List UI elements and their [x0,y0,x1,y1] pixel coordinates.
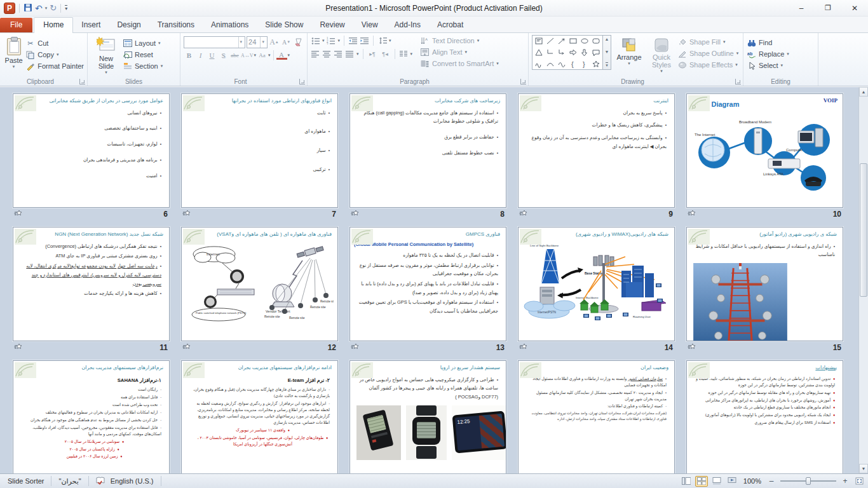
repeat-icon[interactable]: ↻ [50,4,57,12]
customize-qat-icon[interactable]: ▾ [65,5,67,11]
undo-icon[interactable]: ↶ [35,4,43,13]
animation-star-icon[interactable] [519,208,527,220]
slideshow-view-button[interactable] [726,476,738,487]
fit-to-window-button[interactable] [853,476,865,487]
tab-file[interactable]: File [0,18,32,32]
shape-glyph-4[interactable] [569,36,578,48]
language-label[interactable]: English (U.S.) [108,477,156,485]
shape-glyph-2[interactable] [546,36,555,48]
replace-button[interactable]: ab Replace ▾ [747,48,815,60]
section-button[interactable]: Section ▾ [123,60,163,72]
scroll-up-arrow-icon[interactable]: ▲ [859,87,868,97]
maximize-button[interactable]: ❐ [815,0,841,16]
close-button[interactable]: ✕ [841,0,868,16]
replace-dropdown-arrow[interactable]: ▾ [787,51,789,57]
slide-sorter-view-button[interactable] [695,476,708,487]
font-dialog-launcher[interactable] [299,79,305,85]
shape-glyph-17[interactable]: } [580,59,589,71]
animation-star-icon[interactable] [14,342,22,353]
layout-button[interactable]: Layout ▾ [123,37,163,49]
paragraph-dialog-launcher[interactable] [520,79,526,85]
minimize-button[interactable]: – [788,0,815,16]
animation-star-icon[interactable] [351,208,359,220]
shape-glyph-14[interactable] [546,59,555,71]
animation-star-icon[interactable] [182,208,191,220]
copy-button[interactable]: Copy ▾ [25,49,84,60]
animation-star-icon[interactable] [688,208,696,220]
shape-glyph-3[interactable] [557,36,566,48]
animation-star-icon[interactable] [182,342,191,353]
tab-design[interactable]: Design [109,18,149,32]
shape-glyph-8[interactable] [546,48,555,59]
slide-thumbnail-11[interactable]: شبکه نسل جدید NGN (Next Generation Netwo… [13,227,170,341]
shapes-gallery-scroll[interactable]: ▲▼▾ [603,35,611,70]
tab-view[interactable]: View [353,18,386,32]
drawing-dialog-launcher[interactable] [735,79,741,85]
tab-transitions[interactable]: Transitions [149,18,203,32]
tab-animations[interactable]: Animations [203,18,257,32]
shape-glyph-9[interactable] [557,48,566,59]
reading-view-button[interactable] [710,476,723,487]
new-slide-button[interactable]: New Slide ▾ [91,35,121,75]
clipboard-dialog-launcher[interactable] [79,79,85,85]
animation-star-icon[interactable] [351,342,359,353]
tab-add-ins[interactable]: Add-Ins [386,18,429,32]
shape-glyph-1[interactable] [534,36,543,48]
shape-glyph-18[interactable] [592,59,600,71]
scrollbar-thumb[interactable] [860,163,867,297]
animation-star-icon[interactable] [14,208,22,220]
slide-thumbnail-14[interactable]: شبکه های رادیویی(WiMAX و رادیوی شهری)Lin… [518,227,675,341]
undo-dropdown-arrow[interactable]: ▾ [45,6,48,11]
shapes-gallery[interactable]: {} [532,35,603,70]
shape-glyph-16[interactable]: { [569,59,578,71]
slide-thumbnail-6[interactable]: عوامل مورد بررسی در بحران از طریق شبکه م… [13,93,170,208]
slide-thumbnail-10[interactable]: VOIPVoIP DiagramThe InternetBroadband Mo… [686,93,843,208]
slide-thumbnail-18[interactable]: سیستم هشدار سریع در اروپا•طراحی و کارگزا… [349,360,506,473]
slide-thumbnail-13[interactable]: فناوری GMPCS(Global Mobile Personal Comm… [349,227,506,341]
slide-thumbnail-20[interactable]: پیشنهادات♦تدوین استاندارد ارتباطی در زما… [686,360,843,473]
arrange-button[interactable]: Arrange ▾ [613,35,646,74]
slide-thumbnail-17[interactable]: ادامه نرم‌افزارهای سیستمهای مدیریت بحران… [181,360,338,473]
find-button[interactable]: Find [747,37,815,48]
layout-dropdown-arrow[interactable]: ▾ [158,41,161,46]
reset-button[interactable]: Reset [123,49,163,60]
animation-star-icon[interactable] [519,342,527,353]
vertical-scrollbar[interactable]: ▲ ▼ [858,87,868,473]
save-icon[interactable] [24,3,32,13]
spellcheck-icon[interactable] [93,476,108,486]
slide-thumbnail-7[interactable]: انواع فناوریهای ارتباطی مورد استفاده در … [181,93,338,208]
slide-thumbnail-8[interactable]: زیرساخت های شرکت مخابرات•استفاده از سیست… [349,93,506,208]
shape-glyph-11[interactable] [580,48,589,59]
paste-dropdown-arrow[interactable]: ▾ [13,64,15,69]
shape-glyph-15[interactable] [557,59,566,71]
select-button[interactable]: Select ▾ [747,60,815,71]
paste-button[interactable]: Paste ▾ [3,35,24,72]
arrange-dropdown-arrow[interactable]: ▾ [628,61,630,66]
zoom-slider[interactable] [780,480,836,482]
shape-glyph-13[interactable] [534,59,543,71]
zoom-percent-label[interactable]: 100% [741,477,764,485]
normal-view-button[interactable] [680,476,693,487]
slide-thumbnail-15[interactable]: شبکه ی رادیویی شهری (رادیو آماتور)•راه ا… [686,227,843,341]
shape-glyph-5[interactable] [580,36,589,48]
tab-acrobat[interactable]: Acrobat [429,18,471,32]
slide-thumbnail-19[interactable]: وضعیت ایران•سازمان فضایی کشور وابسته به … [518,360,675,473]
scroll-down-arrow-icon[interactable]: ▼ [859,464,868,473]
zoom-slider-thumb[interactable] [806,477,811,485]
slide-sorter-canvas[interactable]: عوامل مورد بررسی در بحران از طریق شبکه م… [0,87,868,473]
slide-thumbnail-9[interactable]: اینترنت•پاسخ سریع به بحران•پیشگیری، کاهش… [518,93,675,208]
slide-thumbnail-16[interactable]: نرم‌افزارهای سیستمهای مدیریت بحران۱-نرم‌… [13,360,170,473]
tab-review[interactable]: Review [311,18,353,32]
tab-insert[interactable]: Insert [73,18,109,32]
shape-glyph-10[interactable] [569,48,578,59]
shape-glyph-6[interactable] [592,36,600,48]
animation-star-icon[interactable] [688,342,696,353]
cut-button[interactable]: ✂ Cut [25,37,84,49]
select-dropdown-arrow[interactable]: ▾ [781,63,783,68]
shape-glyph-12[interactable] [592,48,600,59]
copy-dropdown-arrow[interactable]: ▾ [57,52,59,57]
tab-home[interactable]: Home [34,17,73,33]
shape-glyph-7[interactable] [534,48,543,59]
slide-thumbnail-12[interactable]: فناوری های ماهواره ای ( تلفن های ماهواره… [181,227,338,341]
zoom-out-button[interactable]: – [766,476,776,486]
